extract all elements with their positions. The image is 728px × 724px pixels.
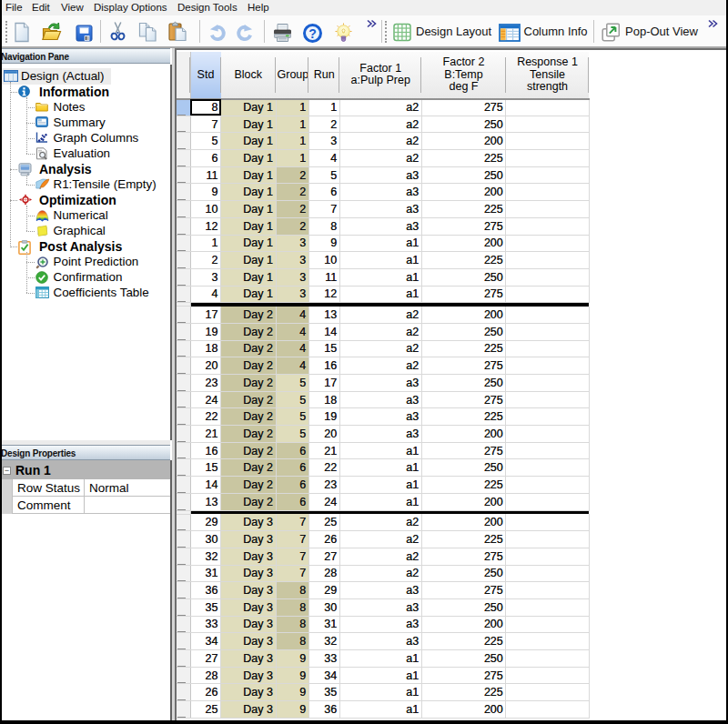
svg-text:?: ? — [308, 26, 317, 41]
